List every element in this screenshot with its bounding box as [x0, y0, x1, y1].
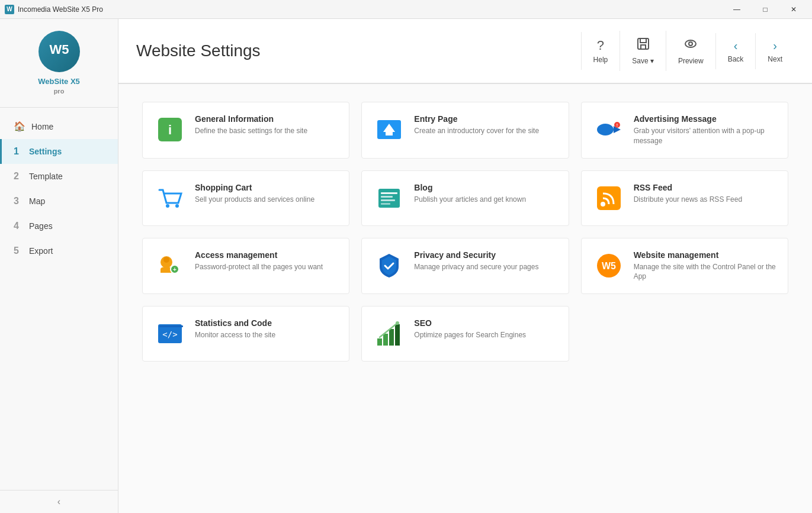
card-icon-blog — [374, 183, 405, 214]
card-icon-cart — [155, 183, 185, 214]
card-icon-code: </> — [155, 318, 185, 349]
svg-point-16 — [175, 204, 179, 208]
back-icon: ‹ — [734, 39, 738, 53]
card-general-information[interactable]: i General Information Define the basic s… — [142, 102, 349, 159]
sidebar-item-settings[interactable]: 1 Settings — [0, 139, 118, 164]
help-button[interactable]: ? Help — [581, 32, 620, 70]
sidebar-logo: W5 WebSite X5 pro — [0, 19, 118, 108]
titlebar-controls: — □ ✕ — [723, 0, 807, 19]
save-icon — [636, 37, 650, 54]
card-title: Statistics and Code — [195, 318, 275, 328]
card-desc: Grab your visitors' attention with a pop… — [634, 126, 776, 146]
card-icon-entry — [374, 114, 405, 145]
card-icon-rss — [593, 183, 624, 214]
card-text-privacy: Privacy and Security Manage privacy and … — [414, 250, 538, 272]
card-title: SEO — [414, 318, 526, 328]
svg-text:i: i — [168, 122, 172, 137]
close-button[interactable]: ✕ — [780, 0, 807, 19]
card-text-seo: SEO Optimize pages for Search Engines — [414, 318, 526, 340]
card-seo[interactable]: SEO Optimize pages for Search Engines — [361, 306, 569, 362]
app-icon: W — [5, 5, 14, 14]
titlebar: W Incomedia WebSite X5 Pro — □ ✕ — [0, 0, 812, 19]
nav-num-3: 3 — [14, 196, 23, 207]
svg-point-4 — [685, 40, 696, 47]
card-text-advert: Advertising Message Grab your visitors' … — [634, 114, 776, 146]
card-title: Access management — [195, 250, 323, 260]
sidebar-item-home[interactable]: 🏠 Home — [0, 114, 118, 139]
sidebar-collapse-button[interactable]: ‹ — [0, 490, 118, 513]
svg-text:W5: W5 — [602, 261, 616, 271]
nav-num-5: 5 — [14, 246, 23, 256]
sidebar-item-map[interactable]: 3 Map — [0, 189, 118, 214]
card-website-management[interactable]: W5 Website management Manage the site wi… — [581, 238, 788, 295]
back-button[interactable]: ‹ Back — [715, 33, 756, 69]
svg-point-23 — [601, 202, 605, 207]
svg-rect-21 — [381, 203, 390, 205]
card-access-management[interactable]: + Access management Password-protect all… — [142, 238, 349, 295]
svg-rect-22 — [597, 186, 621, 210]
sidebar-item-template[interactable]: 2 Template — [0, 164, 118, 189]
sidebar-item-label: Settings — [29, 147, 62, 156]
card-text-rss: RSS Feed Distribute your news as RSS Fee… — [634, 183, 742, 205]
toolbar-actions: ? Help Save ▾ — [581, 31, 794, 71]
card-rss-feed[interactable]: RSS Feed Distribute your news as RSS Fee… — [581, 170, 788, 226]
toolbar: Website Settings ? Help Save ▾ — [118, 19, 812, 84]
page-title-area: Website Settings — [136, 41, 581, 60]
sidebar-item-label: Template — [29, 172, 63, 181]
card-privacy-security[interactable]: Privacy and Security Manage privacy and … — [361, 238, 569, 295]
card-title: Website management — [634, 250, 776, 260]
maximize-button[interactable]: □ — [752, 0, 779, 19]
collapse-icon: ‹ — [57, 496, 60, 507]
next-icon: › — [773, 39, 777, 53]
sidebar-item-label: Export — [29, 246, 53, 256]
card-icon-access: + — [155, 250, 185, 281]
card-desc: Create an introductory cover for the sit… — [414, 126, 539, 136]
svg-rect-1 — [638, 38, 649, 49]
svg-rect-19 — [381, 196, 393, 198]
next-button[interactable]: › Next — [755, 33, 794, 69]
card-title: Entry Page — [414, 114, 539, 124]
app-title: Incomedia WebSite X5 Pro — [18, 5, 103, 14]
card-text-code: Statistics and Code Monitor access to th… — [195, 318, 275, 340]
card-text-entry: Entry Page Create an introductory cover … — [414, 114, 539, 136]
card-icon-ws5: W5 — [593, 250, 624, 281]
card-shopping-cart[interactable]: Shopping Cart Sell your products and ser… — [142, 170, 349, 226]
app-body: W5 WebSite X5 pro 🏠 Home 1 Settings 2 T — [0, 19, 812, 513]
card-desc: Manage privacy and secure your pages — [414, 262, 538, 272]
sidebar-nav: 🏠 Home 1 Settings 2 Template 3 Map 4 Pag… — [0, 108, 118, 490]
card-desc: Sell your products and services online — [195, 195, 314, 205]
card-entry-page[interactable]: Entry Page Create an introductory cover … — [361, 102, 569, 159]
preview-icon — [683, 37, 698, 54]
save-button[interactable]: Save ▾ — [620, 31, 666, 71]
svg-rect-34 — [383, 334, 388, 346]
nav-num-1: 1 — [14, 146, 23, 157]
card-desc: Manage the site with the Control Panel o… — [634, 262, 776, 282]
card-text-cart: Shopping Cart Sell your products and ser… — [195, 183, 314, 205]
card-title: Blog — [414, 183, 526, 192]
svg-point-5 — [689, 42, 692, 46]
minimize-button[interactable]: — — [723, 0, 750, 19]
card-title: General Information — [195, 114, 307, 124]
card-blog[interactable]: Blog Publish your articles and get known — [361, 170, 569, 226]
svg-rect-20 — [381, 199, 395, 201]
logo-text: WebSite X5 pro — [38, 77, 80, 95]
card-advertising-message[interactable]: ! Advertising Message Grab your visitors… — [581, 102, 788, 159]
sidebar-item-export[interactable]: 5 Export — [0, 238, 118, 263]
nav-num-4: 4 — [14, 221, 23, 231]
card-title: Shopping Cart — [195, 183, 314, 192]
card-text-ws5: Website management Manage the site with … — [634, 250, 776, 282]
preview-label: Preview — [678, 57, 704, 65]
sidebar-item-label: Pages — [29, 221, 53, 231]
preview-button[interactable]: Preview — [666, 31, 715, 71]
card-icon-general: i — [155, 114, 185, 145]
help-icon: ? — [597, 38, 604, 53]
card-desc: Define the basic settings for the site — [195, 126, 307, 136]
save-label: Save ▾ — [632, 57, 654, 65]
svg-point-15 — [166, 204, 169, 208]
sidebar-item-pages[interactable]: 4 Pages — [0, 214, 118, 238]
card-statistics-code[interactable]: </> Statistics and Code Monitor access t… — [142, 306, 349, 362]
card-icon-seo — [374, 318, 405, 349]
next-label: Next — [768, 55, 782, 63]
card-desc: Monitor access to the site — [195, 330, 275, 340]
card-icon-privacy — [374, 250, 405, 281]
